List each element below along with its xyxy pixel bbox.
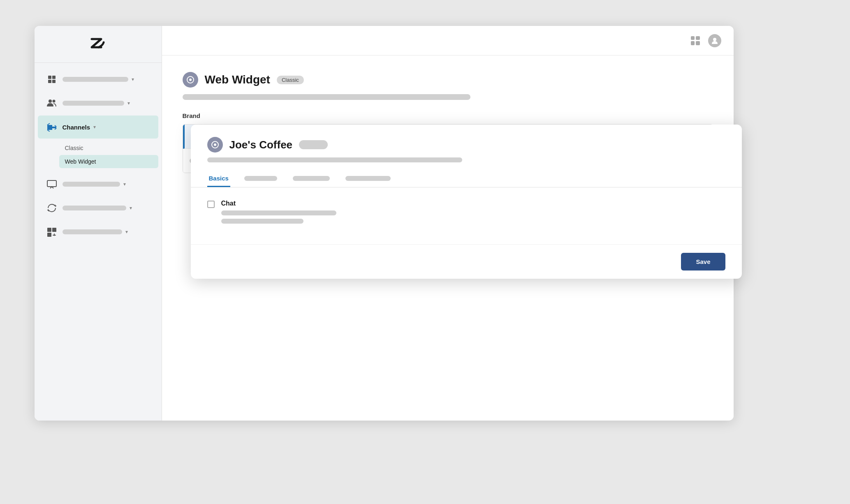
chevron-down-icon: ▾ bbox=[93, 124, 96, 130]
svg-rect-6 bbox=[47, 180, 56, 187]
sidebar-logo bbox=[35, 26, 162, 63]
detail-card-badge-placeholder bbox=[299, 140, 328, 149]
svg-point-15 bbox=[214, 143, 216, 146]
sidebar-item-refresh[interactable]: ▾ bbox=[38, 197, 158, 220]
chat-desc-1-placeholder bbox=[221, 210, 336, 215]
sidebar-channels-text: Channels bbox=[63, 124, 90, 131]
chevron-down-icon: ▾ bbox=[132, 76, 134, 82]
classic-badge: Classic bbox=[277, 76, 304, 84]
monitor-icon bbox=[46, 178, 58, 190]
sidebar-item-apps-label: ▾ bbox=[63, 229, 150, 235]
tab-2-placeholder bbox=[244, 176, 277, 181]
sidebar-item-buildings[interactable]: ▾ bbox=[38, 68, 158, 91]
sub-nav-classic[interactable]: Classic bbox=[59, 141, 158, 155]
tab-basics[interactable]: Basics bbox=[207, 171, 230, 187]
chat-section: Chat bbox=[207, 200, 725, 224]
chevron-down-icon: ▾ bbox=[123, 181, 126, 187]
svg-rect-9 bbox=[47, 233, 51, 237]
building-icon bbox=[46, 74, 58, 85]
chevron-down-icon: ▾ bbox=[127, 100, 130, 106]
channels-sub-nav: Classic Web Widget bbox=[35, 139, 162, 172]
sidebar-item-people-label: ▾ bbox=[63, 100, 150, 106]
chevron-down-icon: ▾ bbox=[125, 229, 128, 235]
sidebar-item-buildings-label: ▾ bbox=[63, 76, 150, 82]
page-header: Web Widget Classic bbox=[183, 72, 713, 88]
web-widget-icon bbox=[183, 72, 198, 88]
tab-4-placeholder bbox=[345, 176, 391, 181]
detail-card-footer: Save bbox=[191, 244, 742, 279]
brand-section-label: Brand bbox=[183, 112, 713, 119]
detail-card-title-row: Joe's Coffee bbox=[207, 137, 725, 153]
svg-rect-8 bbox=[52, 228, 56, 232]
detail-widget-icon bbox=[207, 137, 223, 153]
tab-2[interactable] bbox=[243, 171, 279, 187]
page-title: Web Widget bbox=[205, 73, 270, 86]
svg-point-5 bbox=[52, 100, 55, 103]
svg-rect-1 bbox=[52, 76, 56, 79]
chat-label: Chat bbox=[221, 200, 336, 207]
svg-point-13 bbox=[189, 79, 192, 81]
sidebar-item-channels-label: Channels ▾ bbox=[63, 124, 150, 131]
sidebar-item-monitor[interactable]: ▾ bbox=[38, 173, 158, 196]
chat-content: Chat bbox=[221, 200, 336, 224]
sidebar-item-apps[interactable]: ▾ bbox=[38, 220, 158, 243]
detail-card-body: Chat bbox=[191, 187, 742, 244]
svg-point-12 bbox=[713, 38, 716, 41]
detail-card-tabs: Basics bbox=[207, 171, 725, 187]
chevron-down-icon: ▾ bbox=[130, 205, 132, 211]
chat-desc-2-placeholder bbox=[221, 219, 303, 224]
topbar bbox=[162, 26, 734, 55]
sidebar-item-channels[interactable]: Channels ▾ bbox=[38, 116, 158, 139]
tab-3-placeholder bbox=[293, 176, 330, 181]
people-icon bbox=[46, 97, 58, 109]
detail-card-title: Joe's Coffee bbox=[229, 139, 293, 151]
apps-icon bbox=[46, 226, 58, 238]
sidebar-item-people[interactable]: ▾ bbox=[38, 92, 158, 115]
sub-nav-web-widget[interactable]: Web Widget bbox=[59, 155, 158, 168]
sidebar-item-refresh-label: ▾ bbox=[63, 205, 150, 211]
svg-rect-2 bbox=[48, 80, 51, 83]
grid-view-icon[interactable] bbox=[691, 36, 700, 45]
detail-card: Joe's Coffee Basics bbox=[191, 125, 742, 279]
save-button[interactable]: Save bbox=[681, 253, 725, 270]
chat-checkbox[interactable] bbox=[207, 201, 215, 208]
user-avatar-icon[interactable] bbox=[708, 34, 721, 47]
svg-rect-11 bbox=[53, 235, 56, 236]
sidebar: ▾ ▾ bbox=[35, 26, 162, 421]
sidebar-navigation: ▾ ▾ bbox=[35, 63, 162, 421]
breadcrumb-bar bbox=[183, 94, 470, 100]
svg-rect-7 bbox=[47, 228, 51, 232]
sidebar-item-monitor-label: ▾ bbox=[63, 181, 150, 187]
detail-card-subtitle-placeholder bbox=[207, 157, 462, 162]
tab-4[interactable] bbox=[344, 171, 392, 187]
svg-point-4 bbox=[49, 99, 52, 103]
tab-3[interactable] bbox=[291, 171, 331, 187]
channels-icon bbox=[46, 121, 58, 133]
zendesk-logo-icon bbox=[86, 34, 110, 55]
detail-card-header: Joe's Coffee Basics bbox=[191, 125, 742, 187]
svg-rect-0 bbox=[48, 76, 51, 79]
refresh-icon bbox=[46, 202, 58, 214]
svg-rect-3 bbox=[52, 80, 56, 83]
